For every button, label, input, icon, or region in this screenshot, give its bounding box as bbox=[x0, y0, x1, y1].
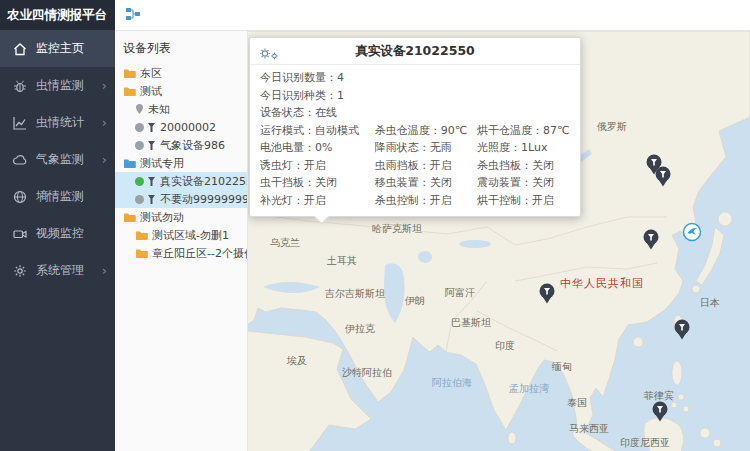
popup-grid-row: 运行模式：自动模式杀虫仓温度：90℃烘干仓温度：87℃ bbox=[260, 122, 570, 140]
sidebar-item-insect-stats[interactable]: 虫情统计› bbox=[0, 104, 115, 141]
sidebar-item-label: 视频监控 bbox=[36, 225, 84, 242]
station-icon bbox=[147, 140, 156, 151]
sidebar-item-label: 气象监测 bbox=[36, 151, 84, 168]
popup-field: 杀虫挡板：关闭 bbox=[477, 157, 570, 175]
folder-icon bbox=[123, 86, 136, 97]
tree-item-label: 气象设备986 bbox=[160, 138, 225, 153]
tree-item-label: 测试 bbox=[140, 84, 162, 99]
folder-icon bbox=[135, 230, 148, 241]
popup-field: 虫雨挡板：开启 bbox=[375, 157, 477, 175]
weather-icon bbox=[12, 152, 28, 168]
tree-device[interactable]: 20000002 bbox=[115, 118, 247, 136]
status-dot bbox=[135, 177, 144, 186]
popup-field: 烘干控制：开启 bbox=[477, 192, 570, 210]
station-icon bbox=[147, 194, 156, 205]
status-dot bbox=[135, 123, 144, 132]
popup-stat-row: 今日识别种类：1 bbox=[260, 87, 570, 105]
popup-field: 降雨状态：无雨 bbox=[375, 139, 477, 157]
bug-icon bbox=[12, 78, 28, 94]
folder-icon bbox=[123, 158, 136, 169]
chevron-right-icon: › bbox=[102, 116, 107, 129]
popup-field: 运行模式：自动模式 bbox=[260, 122, 375, 140]
home-icon bbox=[12, 41, 28, 57]
sidebar-item-video-monitor[interactable]: 视频监控 bbox=[0, 215, 115, 252]
popup-field: 电池电量：0% bbox=[260, 139, 375, 157]
sidebar-item-label: 系统管理 bbox=[36, 262, 84, 279]
topbar bbox=[115, 0, 750, 31]
status-dot bbox=[135, 141, 144, 150]
sidebar-item-label: 虫情监测 bbox=[36, 77, 84, 94]
tree-item-label: 东区 bbox=[140, 66, 162, 81]
folder-icon bbox=[123, 68, 136, 79]
sidebar-item-label: 监控主页 bbox=[36, 40, 84, 57]
sidebar-item-soil-monitor[interactable]: 墒情监测 bbox=[0, 178, 115, 215]
tree-item-label: 测试勿动 bbox=[140, 210, 184, 225]
device-tree: 东区测试未知20000002气象设备986测试专用真实设备21022550不要动… bbox=[115, 64, 247, 262]
map-canvas[interactable]: 俄罗斯哈萨克斯坦乌克兰土耳其吉尔吉斯斯坦伊拉克伊朗阿富汗巴基斯坦沙特阿拉伯埃及印… bbox=[247, 31, 750, 451]
tree-folder[interactable]: 测试专用 bbox=[115, 154, 247, 172]
popup-field: 补光灯：开启 bbox=[260, 192, 375, 210]
device-popup: 真实设备21022550 今日识别数量：4今日识别种类：1设备状态：在线 运行模… bbox=[249, 37, 581, 217]
popup-grid-row: 补光灯：开启杀虫控制：开启烘干控制：开启 bbox=[260, 192, 570, 210]
station-icon bbox=[147, 122, 156, 133]
globe-icon bbox=[12, 189, 28, 205]
tree-folder[interactable]: 测试勿动 bbox=[115, 208, 247, 226]
device-marker-icon[interactable] bbox=[655, 166, 671, 187]
device-marker-icon[interactable] bbox=[674, 319, 690, 340]
device-list-title: 设备列表 bbox=[115, 31, 247, 64]
popup-grid-row: 虫干挡板：关闭移虫装置：关闭震动装置：关闭 bbox=[260, 174, 570, 192]
map-pin-icon bbox=[135, 103, 144, 115]
tree-folder[interactable]: 测试区域-勿删1 bbox=[115, 226, 247, 244]
popup-stat-row: 今日识别数量：4 bbox=[260, 69, 570, 87]
device-marker-icon[interactable] bbox=[643, 229, 659, 250]
popup-field: 杀虫仓温度：90℃ bbox=[375, 122, 477, 140]
chevron-right-icon: › bbox=[102, 79, 107, 92]
tree-device[interactable]: 真实设备21022550 bbox=[115, 172, 247, 190]
tree-item-label: 不要动99999999 bbox=[160, 192, 247, 207]
sidebar-item-monitor-home[interactable]: 监控主页 bbox=[0, 30, 115, 67]
sidebar-item-label: 墒情监测 bbox=[36, 188, 84, 205]
tree-device[interactable]: 未知 bbox=[115, 100, 247, 118]
folder-icon bbox=[135, 248, 148, 259]
tree-item-label: 20000002 bbox=[160, 121, 216, 134]
popup-field: 诱虫灯：开启 bbox=[260, 157, 375, 175]
tree-item-label: 测试区域-勿删1 bbox=[152, 228, 229, 243]
tree-item-label: 真实设备21022550 bbox=[160, 174, 247, 189]
sidebar-item-weather-monitor[interactable]: 气象监测› bbox=[0, 141, 115, 178]
sidebar-item-system-manage[interactable]: 系统管理› bbox=[0, 252, 115, 289]
chevron-right-icon: › bbox=[102, 153, 107, 166]
device-marker-icon[interactable] bbox=[539, 283, 555, 304]
sidebar: 农业四情测报平台 监控主页虫情监测›虫情统计›气象监测›墒情监测视频监控系统管理… bbox=[0, 0, 115, 451]
tree-folder[interactable]: 测试 bbox=[115, 82, 247, 100]
popup-field: 震动装置：关闭 bbox=[477, 174, 570, 192]
folder-icon bbox=[123, 212, 136, 223]
device-marker-icon[interactable] bbox=[652, 401, 668, 422]
chart-icon bbox=[12, 115, 28, 131]
popup-field: 虫干挡板：关闭 bbox=[260, 174, 375, 192]
tree-folder[interactable]: 章丘阳丘区--2个摄像头 bbox=[115, 244, 247, 262]
popup-grid-row: 电池电量：0%降雨状态：无雨光照度：1Lux bbox=[260, 139, 570, 157]
popup-field: 光照度：1Lux bbox=[477, 139, 570, 157]
sidebar-item-label: 虫情统计 bbox=[36, 114, 84, 131]
popup-field: 杀虫控制：开启 bbox=[375, 192, 477, 210]
tree-device[interactable]: 气象设备986 bbox=[115, 136, 247, 154]
popup-stat-row: 设备状态：在线 bbox=[260, 104, 570, 122]
layout-toggle-icon[interactable] bbox=[125, 7, 141, 23]
station-icon bbox=[147, 176, 156, 187]
status-dot bbox=[135, 195, 144, 204]
popup-field: 移虫装置：关闭 bbox=[375, 174, 477, 192]
sidebar-menu: 监控主页虫情监测›虫情统计›气象监测›墒情监测视频监控系统管理› bbox=[0, 30, 115, 289]
tree-item-label: 未知 bbox=[148, 102, 170, 117]
popup-title: 真实设备21022550 bbox=[355, 43, 475, 58]
popup-field: 烘干仓温度：87℃ bbox=[477, 122, 570, 140]
map-cluster-icon[interactable] bbox=[682, 222, 702, 242]
tree-item-label: 章丘阳丘区--2个摄像头 bbox=[152, 246, 247, 261]
popup-grid-row: 诱虫灯：开启虫雨挡板：开启杀虫挡板：关闭 bbox=[260, 157, 570, 175]
gear-icon[interactable] bbox=[258, 44, 280, 59]
tree-device[interactable]: 不要动99999999 bbox=[115, 190, 247, 208]
device-list-panel: 设备列表 东区测试未知20000002气象设备986测试专用真实设备210225… bbox=[115, 31, 248, 451]
app-title: 农业四情测报平台 bbox=[0, 0, 115, 30]
camera-icon bbox=[12, 226, 28, 242]
tree-folder[interactable]: 东区 bbox=[115, 64, 247, 82]
sidebar-item-insect-monitor[interactable]: 虫情监测› bbox=[0, 67, 115, 104]
